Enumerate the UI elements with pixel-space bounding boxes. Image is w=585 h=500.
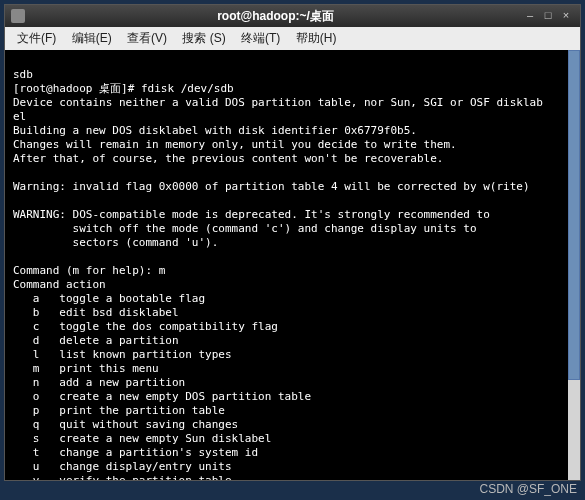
maximize-button[interactable]: □: [540, 9, 556, 23]
minimize-button[interactable]: –: [522, 9, 538, 23]
term-line: l list known partition types: [13, 348, 232, 361]
term-line: After that, of course, the previous cont…: [13, 152, 443, 165]
term-line: Device contains neither a valid DOS part…: [13, 96, 543, 109]
menu-view[interactable]: 查看(V): [121, 29, 173, 48]
titlebar[interactable]: root@hadoop:~/桌面 – □ ×: [5, 5, 580, 27]
watermark: CSDN @SF_ONE: [479, 482, 577, 496]
terminal-window: root@hadoop:~/桌面 – □ × 文件(F) 编辑(E) 查看(V)…: [4, 4, 581, 481]
menu-edit[interactable]: 编辑(E): [66, 29, 118, 48]
terminal-body[interactable]: sdb [root@hadoop 桌面]# fdisk /dev/sdb Dev…: [5, 50, 580, 480]
close-button[interactable]: ×: [558, 9, 574, 23]
term-line: Command action: [13, 278, 106, 291]
term-line: u change display/entry units: [13, 460, 232, 473]
term-line: WARNING: DOS-compatible mode is deprecat…: [13, 208, 490, 221]
term-line: m print this menu: [13, 362, 159, 375]
term-line: Command (m for help): m: [13, 264, 165, 277]
term-line: t change a partition's system id: [13, 446, 258, 459]
term-line: d delete a partition: [13, 334, 179, 347]
term-line: sdb: [13, 68, 33, 81]
term-line: el: [13, 110, 26, 123]
term-line: n add a new partition: [13, 376, 185, 389]
term-line: switch off the mode (command 'c') and ch…: [13, 222, 477, 235]
scroll-thumb[interactable]: [568, 50, 580, 380]
term-line: Warning: invalid flag 0x0000 of partitio…: [13, 180, 530, 193]
term-line: v verify the partition table: [13, 474, 232, 480]
menubar: 文件(F) 编辑(E) 查看(V) 搜索 (S) 终端(T) 帮助(H): [5, 27, 580, 50]
term-line: [root@hadoop 桌面]# fdisk /dev/sdb: [13, 82, 234, 95]
term-line: Changes will remain in memory only, unti…: [13, 138, 457, 151]
term-line: s create a new empty Sun disklabel: [13, 432, 271, 445]
scrollbar[interactable]: [568, 50, 580, 480]
window-title: root@hadoop:~/桌面: [31, 8, 520, 25]
app-icon: [11, 9, 25, 23]
term-line: p print the partition table: [13, 404, 225, 417]
term-line: o create a new empty DOS partition table: [13, 390, 311, 403]
menu-search[interactable]: 搜索 (S): [176, 29, 231, 48]
term-line: a toggle a bootable flag: [13, 292, 205, 305]
term-line: c toggle the dos compatibility flag: [13, 320, 278, 333]
term-line: Building a new DOS disklabel with disk i…: [13, 124, 417, 137]
term-line: q quit without saving changes: [13, 418, 238, 431]
menu-help[interactable]: 帮助(H): [290, 29, 343, 48]
menu-file[interactable]: 文件(F): [11, 29, 62, 48]
menu-terminal[interactable]: 终端(T): [235, 29, 286, 48]
term-line: b edit bsd disklabel: [13, 306, 179, 319]
term-line: sectors (command 'u').: [13, 236, 218, 249]
